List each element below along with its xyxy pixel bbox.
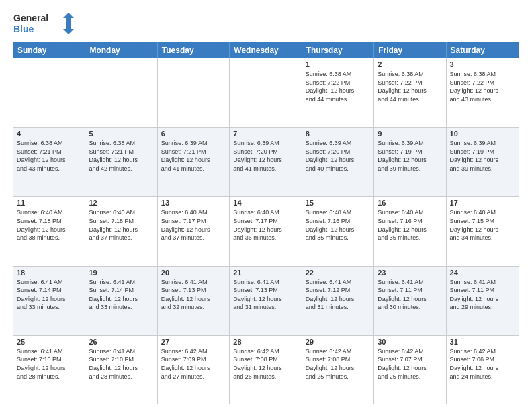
- calendar-day-29: 29Sunrise: 6:42 AM Sunset: 7:08 PM Dayli…: [302, 336, 374, 404]
- day-number: 29: [306, 338, 370, 346]
- day-header-sunday: Sunday: [13, 42, 85, 58]
- day-number: 26: [89, 338, 153, 346]
- day-number: 2: [378, 60, 442, 68]
- logo: General Blue: [13, 10, 74, 37]
- calendar-day-6: 6Sunrise: 6:39 AM Sunset: 7:21 PM Daylig…: [158, 128, 230, 196]
- day-info: Sunrise: 6:41 AM Sunset: 7:14 PM Dayligh…: [17, 278, 81, 312]
- day-number: 27: [161, 338, 226, 346]
- calendar-day-19: 19Sunrise: 6:41 AM Sunset: 7:14 PM Dayli…: [85, 267, 157, 335]
- calendar-day-11: 11Sunrise: 6:40 AM Sunset: 7:18 PM Dayli…: [13, 197, 85, 265]
- day-info: Sunrise: 6:38 AM Sunset: 7:22 PM Dayligh…: [378, 70, 442, 103]
- day-info: Sunrise: 6:38 AM Sunset: 7:21 PM Dayligh…: [17, 139, 81, 173]
- day-info: Sunrise: 6:39 AM Sunset: 7:19 PM Dayligh…: [378, 139, 442, 173]
- calendar-day-8: 8Sunrise: 6:39 AM Sunset: 7:20 PM Daylig…: [302, 128, 374, 196]
- calendar-day-22: 22Sunrise: 6:41 AM Sunset: 7:12 PM Dayli…: [302, 267, 374, 335]
- day-number: 23: [378, 269, 442, 277]
- day-info: Sunrise: 6:41 AM Sunset: 7:14 PM Dayligh…: [89, 278, 153, 312]
- day-number: 28: [233, 338, 298, 346]
- calendar-day-12: 12Sunrise: 6:40 AM Sunset: 7:18 PM Dayli…: [85, 197, 157, 265]
- day-number: 11: [17, 199, 81, 207]
- day-number: 16: [378, 199, 442, 207]
- calendar-day-9: 9Sunrise: 6:39 AM Sunset: 7:19 PM Daylig…: [374, 128, 446, 196]
- day-info: Sunrise: 6:41 AM Sunset: 7:13 PM Dayligh…: [233, 278, 298, 312]
- calendar-day-15: 15Sunrise: 6:40 AM Sunset: 7:16 PM Dayli…: [302, 197, 374, 265]
- day-info: Sunrise: 6:40 AM Sunset: 7:15 PM Dayligh…: [450, 208, 515, 242]
- calendar-day-3: 3Sunrise: 6:38 AM Sunset: 7:22 PM Daylig…: [447, 58, 519, 127]
- calendar-week-5: 25Sunrise: 6:41 AM Sunset: 7:10 PM Dayli…: [13, 336, 519, 404]
- calendar-day-20: 20Sunrise: 6:41 AM Sunset: 7:13 PM Dayli…: [158, 267, 230, 335]
- calendar-empty-cell: [85, 58, 157, 127]
- day-header-friday: Friday: [374, 42, 446, 58]
- day-info: Sunrise: 6:40 AM Sunset: 7:18 PM Dayligh…: [89, 208, 153, 242]
- day-number: 18: [17, 269, 81, 277]
- day-number: 10: [450, 130, 515, 138]
- calendar-day-25: 25Sunrise: 6:41 AM Sunset: 7:10 PM Dayli…: [13, 336, 85, 404]
- day-number: 1: [306, 60, 370, 68]
- day-header-tuesday: Tuesday: [158, 42, 230, 58]
- day-info: Sunrise: 6:39 AM Sunset: 7:21 PM Dayligh…: [161, 139, 226, 173]
- calendar-week-3: 11Sunrise: 6:40 AM Sunset: 7:18 PM Dayli…: [13, 197, 519, 266]
- day-info: Sunrise: 6:41 AM Sunset: 7:11 PM Dayligh…: [450, 278, 515, 312]
- calendar-day-23: 23Sunrise: 6:41 AM Sunset: 7:11 PM Dayli…: [374, 267, 446, 335]
- day-info: Sunrise: 6:38 AM Sunset: 7:21 PM Dayligh…: [89, 139, 153, 173]
- day-info: Sunrise: 6:42 AM Sunset: 7:07 PM Dayligh…: [378, 347, 442, 381]
- day-number: 5: [89, 130, 153, 138]
- day-header-wednesday: Wednesday: [230, 42, 302, 58]
- day-info: Sunrise: 6:40 AM Sunset: 7:18 PM Dayligh…: [17, 208, 81, 242]
- calendar: SundayMondayTuesdayWednesdayThursdayFrid…: [13, 42, 519, 404]
- day-number: 8: [306, 130, 370, 138]
- day-header-monday: Monday: [85, 42, 157, 58]
- day-info: Sunrise: 6:41 AM Sunset: 7:13 PM Dayligh…: [161, 278, 226, 312]
- day-number: 13: [161, 199, 226, 207]
- day-number: 12: [89, 199, 153, 207]
- day-number: 17: [450, 199, 515, 207]
- day-number: 9: [378, 130, 442, 138]
- day-info: Sunrise: 6:41 AM Sunset: 7:10 PM Dayligh…: [89, 347, 153, 381]
- day-number: 20: [161, 269, 226, 277]
- day-number: 15: [306, 199, 370, 207]
- day-header-thursday: Thursday: [302, 42, 374, 58]
- calendar-empty-cell: [158, 58, 230, 127]
- calendar-day-31: 31Sunrise: 6:42 AM Sunset: 7:06 PM Dayli…: [447, 336, 519, 404]
- calendar-body: 1Sunrise: 6:38 AM Sunset: 7:22 PM Daylig…: [13, 58, 519, 404]
- day-info: Sunrise: 6:38 AM Sunset: 7:22 PM Dayligh…: [450, 70, 515, 103]
- day-info: Sunrise: 6:42 AM Sunset: 7:09 PM Dayligh…: [161, 347, 226, 381]
- calendar-week-4: 18Sunrise: 6:41 AM Sunset: 7:14 PM Dayli…: [13, 267, 519, 336]
- calendar-day-10: 10Sunrise: 6:39 AM Sunset: 7:19 PM Dayli…: [447, 128, 519, 196]
- day-number: 31: [450, 338, 515, 346]
- calendar-header: SundayMondayTuesdayWednesdayThursdayFrid…: [13, 42, 519, 58]
- day-info: Sunrise: 6:42 AM Sunset: 7:08 PM Dayligh…: [233, 347, 298, 381]
- calendar-day-17: 17Sunrise: 6:40 AM Sunset: 7:15 PM Dayli…: [447, 197, 519, 265]
- calendar-day-16: 16Sunrise: 6:40 AM Sunset: 7:16 PM Dayli…: [374, 197, 446, 265]
- day-info: Sunrise: 6:38 AM Sunset: 7:22 PM Dayligh…: [306, 70, 370, 103]
- day-info: Sunrise: 6:41 AM Sunset: 7:11 PM Dayligh…: [378, 278, 442, 312]
- day-info: Sunrise: 6:41 AM Sunset: 7:12 PM Dayligh…: [306, 278, 370, 312]
- svg-text:General: General: [13, 13, 48, 24]
- calendar-empty-cell: [13, 58, 85, 127]
- svg-text:Blue: Blue: [13, 24, 34, 34]
- calendar-day-2: 2Sunrise: 6:38 AM Sunset: 7:22 PM Daylig…: [374, 58, 446, 127]
- calendar-day-30: 30Sunrise: 6:42 AM Sunset: 7:07 PM Dayli…: [374, 336, 446, 404]
- page-header: General Blue: [13, 10, 519, 37]
- day-info: Sunrise: 6:39 AM Sunset: 7:20 PM Dayligh…: [233, 139, 298, 173]
- svg-marker-2: [63, 13, 74, 34]
- day-info: Sunrise: 6:40 AM Sunset: 7:17 PM Dayligh…: [161, 208, 226, 242]
- day-number: 24: [450, 269, 515, 277]
- day-number: 7: [233, 130, 298, 138]
- day-number: 4: [17, 130, 81, 138]
- calendar-week-2: 4Sunrise: 6:38 AM Sunset: 7:21 PM Daylig…: [13, 128, 519, 197]
- calendar-day-5: 5Sunrise: 6:38 AM Sunset: 7:21 PM Daylig…: [85, 128, 157, 196]
- day-number: 25: [17, 338, 81, 346]
- calendar-day-1: 1Sunrise: 6:38 AM Sunset: 7:22 PM Daylig…: [302, 58, 374, 127]
- day-info: Sunrise: 6:40 AM Sunset: 7:16 PM Dayligh…: [378, 208, 442, 242]
- day-info: Sunrise: 6:39 AM Sunset: 7:19 PM Dayligh…: [450, 139, 515, 173]
- calendar-day-21: 21Sunrise: 6:41 AM Sunset: 7:13 PM Dayli…: [230, 267, 302, 335]
- calendar-day-28: 28Sunrise: 6:42 AM Sunset: 7:08 PM Dayli…: [230, 336, 302, 404]
- day-header-saturday: Saturday: [447, 42, 519, 58]
- day-info: Sunrise: 6:40 AM Sunset: 7:16 PM Dayligh…: [306, 208, 370, 242]
- day-number: 30: [378, 338, 442, 346]
- day-info: Sunrise: 6:41 AM Sunset: 7:10 PM Dayligh…: [17, 347, 81, 381]
- day-number: 14: [233, 199, 298, 207]
- calendar-day-27: 27Sunrise: 6:42 AM Sunset: 7:09 PM Dayli…: [158, 336, 230, 404]
- calendar-day-7: 7Sunrise: 6:39 AM Sunset: 7:20 PM Daylig…: [230, 128, 302, 196]
